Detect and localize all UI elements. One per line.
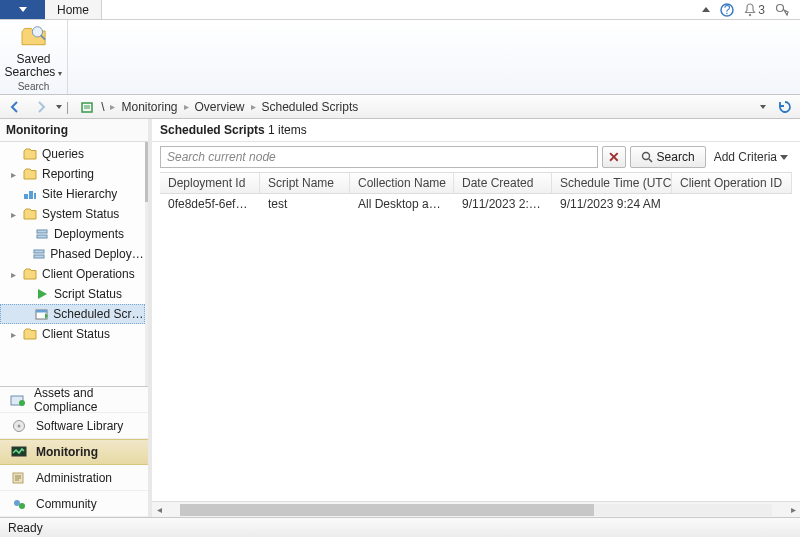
breadcrumb: \▸ Monitoring▸ Overview▸ Scheduled Scrip… bbox=[73, 99, 756, 115]
status-text: Ready bbox=[8, 521, 43, 535]
search-icon bbox=[641, 151, 653, 163]
column-header[interactable]: Schedule Time (UTC) bbox=[552, 173, 672, 193]
monitor-icon bbox=[10, 444, 28, 460]
svg-rect-11 bbox=[37, 235, 47, 238]
search-button[interactable]: Search bbox=[630, 146, 706, 168]
workspace-label: Monitoring bbox=[36, 445, 98, 459]
svg-rect-13 bbox=[34, 255, 44, 258]
breadcrumb-current[interactable]: Scheduled Scripts bbox=[262, 100, 359, 114]
chevron-right-icon[interactable]: ▸ bbox=[251, 101, 256, 112]
svg-line-25 bbox=[649, 159, 652, 162]
refresh-button[interactable] bbox=[774, 97, 796, 117]
table-row[interactable]: 0fe8de5f-6ef5-...testAll Desktop and...9… bbox=[160, 194, 792, 214]
search-input[interactable]: Search current node bbox=[160, 146, 598, 168]
tree-item-label: Scheduled Scripts bbox=[53, 307, 144, 321]
tree-item-client-status[interactable]: Client Status bbox=[0, 324, 145, 344]
community-icon bbox=[10, 496, 28, 512]
breadcrumb-root-icon[interactable] bbox=[79, 99, 95, 115]
svg-rect-10 bbox=[37, 230, 47, 233]
tree-expander-icon[interactable] bbox=[8, 269, 18, 280]
tree-item-label: Client Status bbox=[42, 327, 110, 341]
svg-point-23 bbox=[19, 503, 25, 509]
folder-icon bbox=[22, 327, 38, 341]
forward-button[interactable] bbox=[30, 97, 52, 117]
svg-point-22 bbox=[14, 500, 20, 506]
table-cell: 0fe8de5f-6ef5-... bbox=[160, 197, 260, 211]
feedback-icon[interactable] bbox=[775, 3, 790, 17]
tree-item-client-operations[interactable]: Client Operations bbox=[0, 264, 145, 284]
add-criteria-button[interactable]: Add Criteria bbox=[710, 150, 792, 164]
workspace-assets-and-compliance[interactable]: Assets and Compliance bbox=[0, 387, 151, 413]
tree-item-script-status[interactable]: Script Status bbox=[0, 284, 145, 304]
column-header[interactable]: Deployment Id bbox=[160, 173, 260, 193]
column-header[interactable]: Script Name bbox=[260, 173, 350, 193]
tree-item-site-hierarchy[interactable]: Site Hierarchy bbox=[0, 184, 145, 204]
navigation-panel: Monitoring QueriesReportingSite Hierarch… bbox=[0, 119, 152, 517]
table-cell: 9/11/2023 2:2... bbox=[454, 197, 552, 211]
tree-expander-icon[interactable] bbox=[8, 209, 18, 220]
tree-expander-icon[interactable] bbox=[8, 329, 18, 340]
ribbon: Saved Searches ▾ Search bbox=[0, 20, 800, 95]
workspace-software-library[interactable]: Software Library bbox=[0, 413, 151, 439]
chevron-right-icon[interactable]: ▸ bbox=[184, 101, 189, 112]
chevron-right-icon[interactable]: ▸ bbox=[110, 101, 115, 112]
breadcrumb-overview[interactable]: Overview bbox=[195, 100, 245, 114]
content-header: Scheduled Scripts 1 items bbox=[152, 119, 800, 142]
app-menu-button[interactable] bbox=[0, 0, 45, 19]
svg-rect-7 bbox=[24, 194, 28, 199]
table-cell: test bbox=[260, 197, 350, 211]
svg-rect-9 bbox=[34, 193, 36, 199]
tree-item-queries[interactable]: Queries bbox=[0, 144, 145, 164]
notifications-count: 3 bbox=[758, 3, 765, 17]
history-dropdown-icon[interactable] bbox=[56, 105, 62, 109]
svg-point-24 bbox=[642, 153, 649, 160]
workspace-administration[interactable]: Administration bbox=[0, 465, 151, 491]
horizontal-scrollbar[interactable]: ◂ ▸ bbox=[152, 501, 800, 517]
back-button[interactable] bbox=[4, 97, 26, 117]
content-count: 1 items bbox=[268, 123, 307, 137]
tree-item-label: Reporting bbox=[42, 167, 94, 181]
tab-home[interactable]: Home bbox=[45, 0, 102, 19]
saved-searches-button[interactable] bbox=[18, 23, 50, 51]
tree-item-label: Deployments bbox=[54, 227, 124, 241]
svg-point-2 bbox=[749, 13, 751, 15]
tree-item-reporting[interactable]: Reporting bbox=[0, 164, 145, 184]
column-header[interactable]: Client Operation ID bbox=[672, 173, 792, 193]
tree-item-label: Queries bbox=[42, 147, 84, 161]
tree-item-system-status[interactable]: System Status bbox=[0, 204, 145, 224]
tree-expander-icon[interactable] bbox=[8, 169, 18, 180]
column-header[interactable]: Date Created bbox=[454, 173, 552, 193]
saved-searches-label: Saved Searches ▾ bbox=[5, 53, 63, 79]
workspace-label: Community bbox=[36, 497, 97, 511]
svg-point-3 bbox=[777, 4, 784, 11]
ribbon-group-search: Saved Searches ▾ Search bbox=[0, 20, 68, 94]
workspace-monitoring[interactable]: Monitoring bbox=[0, 439, 151, 465]
svg-rect-8 bbox=[29, 191, 33, 199]
help-icon[interactable]: ? bbox=[720, 3, 734, 17]
tree-item-label: System Status bbox=[42, 207, 119, 221]
clear-search-button[interactable]: ✕ bbox=[602, 146, 626, 168]
breadcrumb-dropdown-icon[interactable] bbox=[760, 105, 766, 109]
workspace-label: Administration bbox=[36, 471, 112, 485]
tree-item-label: Site Hierarchy bbox=[42, 187, 117, 201]
library-icon bbox=[10, 418, 28, 434]
ribbon-group-title: Search bbox=[18, 81, 50, 93]
tree-item-phased-deployments[interactable]: Phased Deployments bbox=[0, 244, 145, 264]
tree-item-scheduled-scripts[interactable]: Scheduled Scripts bbox=[0, 304, 145, 324]
tree-item-label: Phased Deployments bbox=[50, 247, 145, 261]
tree-item-deployments[interactable]: Deployments bbox=[0, 224, 145, 244]
tree-item-label: Script Status bbox=[54, 287, 122, 301]
notifications-button[interactable]: 3 bbox=[744, 3, 765, 17]
svg-point-17 bbox=[19, 400, 25, 406]
status-bar: Ready bbox=[0, 517, 800, 537]
panel-splitter[interactable] bbox=[148, 119, 152, 517]
titlebar-spacer bbox=[102, 0, 692, 19]
workspace-label: Assets and Compliance bbox=[34, 386, 141, 414]
svg-rect-15 bbox=[36, 310, 47, 313]
breadcrumb-monitoring[interactable]: Monitoring bbox=[121, 100, 177, 114]
workspace-community[interactable]: Community bbox=[0, 491, 151, 517]
play-icon bbox=[34, 287, 50, 301]
collapse-ribbon-icon[interactable] bbox=[702, 7, 710, 12]
add-criteria-label: Add Criteria bbox=[714, 150, 777, 164]
column-header[interactable]: Collection Name bbox=[350, 173, 454, 193]
